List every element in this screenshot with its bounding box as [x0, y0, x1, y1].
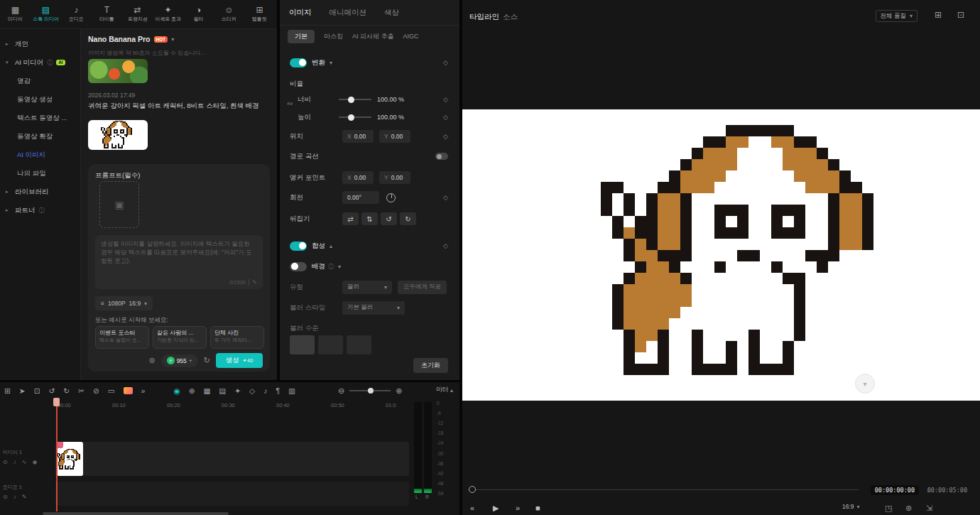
- refresh-icon[interactable]: ↻: [204, 356, 210, 365]
- height-slider[interactable]: [339, 116, 371, 118]
- keyframe-icon[interactable]: ◇: [443, 96, 448, 103]
- chevron-down-icon[interactable]: ▾: [330, 60, 332, 66]
- tab-animation[interactable]: 애니메이션: [330, 8, 367, 18]
- sidebar-item-text-to-video[interactable]: 텍스트 동영상 ...: [0, 109, 80, 127]
- keyframe-icon[interactable]: ◇: [443, 133, 448, 140]
- lock-icon[interactable]: ⊙: [3, 494, 8, 500]
- background-toggle[interactable]: [290, 262, 307, 271]
- rotate-ccw-button[interactable]: ↺: [381, 212, 397, 225]
- anchor-y-input[interactable]: Y0.00: [379, 171, 410, 184]
- tab-color[interactable]: 색상: [384, 8, 399, 18]
- text-tool-icon[interactable]: ¶: [276, 386, 280, 395]
- add-track-icon[interactable]: ⊕: [189, 386, 195, 395]
- subtab-aigc[interactable]: AIGC: [403, 33, 419, 40]
- chevron-down-icon[interactable]: ▾: [338, 264, 341, 270]
- keyframe-icon[interactable]: ◇: [443, 242, 448, 249]
- tab-image[interactable]: 이미지: [289, 8, 312, 18]
- copy-icon[interactable]: ⊡: [34, 386, 40, 395]
- flip-horizontal-button[interactable]: ⇄: [342, 212, 359, 225]
- history-thumbnail-dog[interactable]: [88, 120, 148, 150]
- sidebar-item-video-extend[interactable]: 동영상 확장: [0, 127, 80, 146]
- media-tab-audio[interactable]: ♪오디오: [61, 0, 92, 28]
- subtab-ai-subject[interactable]: AI 피사체 추출: [352, 32, 394, 41]
- sidebar-item-inspiration[interactable]: 영감: [0, 72, 80, 90]
- position-x-input[interactable]: X0.00: [342, 130, 374, 143]
- generate-button[interactable]: 생성 ✦40: [216, 353, 263, 368]
- sidebar-item-ai-media[interactable]: ▾AI 미디어ⓘAI: [0, 53, 80, 72]
- example-chip-same-person[interactable]: 같은 사람의 ...기반한 지식이 있...: [153, 326, 207, 349]
- sidebar-item-personal[interactable]: ▸개인: [0, 35, 80, 53]
- subtab-basic[interactable]: 기본: [288, 30, 315, 43]
- reset-button[interactable]: 초기화: [413, 358, 448, 373]
- premium-badge-icon[interactable]: [124, 387, 133, 394]
- grid-tool-icon[interactable]: ▦: [203, 386, 210, 395]
- eye-icon[interactable]: ◉: [32, 459, 37, 465]
- fullscreen-icon[interactable]: ⇲: [926, 504, 932, 513]
- stop-button[interactable]: ■: [535, 504, 540, 512]
- media-tab-title[interactable]: T타이틀: [92, 0, 122, 28]
- mute-icon[interactable]: ♪: [13, 459, 16, 465]
- sidebar-item-library[interactable]: ▸라이브러리: [0, 183, 80, 201]
- rotation-input[interactable]: 0.00°: [342, 191, 379, 204]
- zoom-out-icon[interactable]: ⊖: [338, 386, 344, 396]
- example-chip-group-photo[interactable]: 단체 사진두 가지 캐릭터...: [210, 326, 264, 349]
- zoom-in-icon[interactable]: ⊕: [396, 386, 402, 396]
- transform-toggle[interactable]: [290, 58, 307, 67]
- meter-toggle-button[interactable]: 미터 ▴: [436, 386, 453, 394]
- more-icon[interactable]: »: [141, 386, 146, 395]
- layout-icon[interactable]: ⊞: [4, 386, 11, 395]
- resolution-selector[interactable]: ≡ 1080P 16:9 ▾: [95, 296, 153, 310]
- canvas-collapse-button[interactable]: ▾: [855, 374, 875, 394]
- example-chip-event-poster[interactable]: 이벤트 포스터텍스트 설정이 포...: [95, 326, 149, 349]
- seek-bar[interactable]: [472, 489, 859, 490]
- mic-tool-icon[interactable]: ♪: [263, 386, 267, 395]
- blur-style-dropdown[interactable]: 기본 블러▾: [342, 301, 405, 315]
- sidebar-item-partner[interactable]: ▸파트너ⓘ: [0, 201, 80, 219]
- crop-icon[interactable]: ▭: [108, 386, 115, 395]
- media-tab-stock-media[interactable]: ▤스톡 미디어: [31, 0, 61, 28]
- mute-icon[interactable]: ♪: [13, 494, 16, 500]
- delete-icon[interactable]: ⊘: [93, 386, 99, 395]
- seek-handle[interactable]: [469, 486, 476, 493]
- media-tab-effects[interactable]: ✦이펙트 효과: [153, 0, 183, 28]
- tab-preview-timeline[interactable]: 타임라인: [469, 12, 499, 22]
- undo-icon[interactable]: ↺: [48, 386, 55, 395]
- caption-tool-icon[interactable]: ▥: [288, 386, 295, 395]
- tab-preview-source[interactable]: 소스: [503, 12, 518, 22]
- prompt-textarea[interactable]: 생성할 이미지를 설명하세요. 이미지에 텍스트가 필요한 경우 해당 텍스트를…: [95, 235, 263, 289]
- media-tab-transition[interactable]: ⇄트랜지션: [122, 0, 153, 28]
- media-tab-media[interactable]: ▦미디어: [0, 0, 31, 28]
- grid-view-icon[interactable]: ⊞: [935, 10, 942, 20]
- path-curve-toggle[interactable]: [435, 153, 448, 160]
- blend-toggle[interactable]: [290, 242, 307, 251]
- blur-level-option-1[interactable]: [290, 335, 315, 354]
- link-track-icon[interactable]: ∿: [22, 459, 27, 465]
- snapshot-icon[interactable]: ⊡: [957, 10, 964, 20]
- fx-tool-icon[interactable]: ✦: [234, 386, 241, 395]
- credits-pill[interactable]: ⚡ 955 +: [161, 354, 198, 367]
- reference-image-upload[interactable]: ▣: [99, 181, 139, 228]
- skip-forward-button[interactable]: »: [516, 504, 520, 512]
- keyframe-icon[interactable]: ◇: [443, 114, 448, 121]
- video-track-lane[interactable]: [55, 442, 409, 476]
- rotation-dial-icon[interactable]: [386, 193, 396, 202]
- rotate-cw-button[interactable]: ↻: [400, 212, 416, 225]
- lock-icon[interactable]: ⊙: [3, 459, 8, 465]
- select-cursor-icon[interactable]: ➤: [19, 386, 26, 395]
- sidebar-item-my-files[interactable]: 나의 파일: [0, 164, 80, 183]
- play-button[interactable]: ▶: [493, 504, 499, 513]
- generated-dog-image[interactable]: [589, 125, 908, 375]
- history-thumbnail-previous[interactable]: [88, 59, 148, 83]
- apply-to-all-button[interactable]: 모두에게 적용: [398, 281, 447, 294]
- link-icon[interactable]: ⊛: [148, 356, 155, 365]
- keyframe-icon[interactable]: ◇: [443, 194, 448, 201]
- width-slider[interactable]: [339, 99, 371, 100]
- pen-icon[interactable]: ✎: [22, 494, 27, 500]
- emoji-tool-icon[interactable]: ◉: [173, 386, 180, 395]
- media-tab-filter[interactable]: ◑필터: [183, 0, 214, 28]
- media-tab-template[interactable]: ⊞템플릿: [244, 0, 275, 28]
- anchor-x-input[interactable]: X0.00: [342, 171, 374, 184]
- width-value[interactable]: 100.00 %: [377, 96, 404, 103]
- sidebar-item-ai-image[interactable]: AI 이미지: [0, 146, 80, 164]
- chevron-up-icon[interactable]: ▴: [330, 243, 332, 249]
